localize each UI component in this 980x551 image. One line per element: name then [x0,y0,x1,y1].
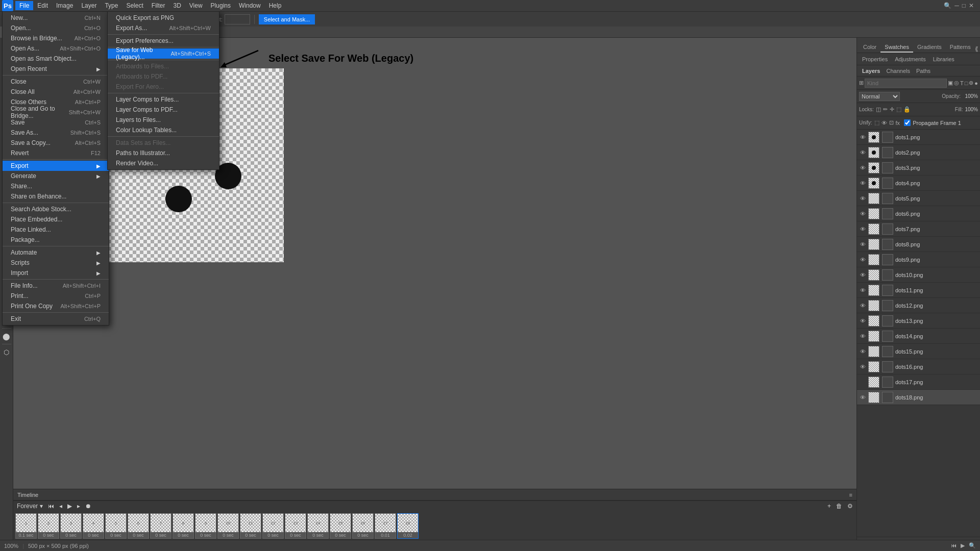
menu-automate[interactable]: Automate ▶ [3,247,109,258]
tl-record[interactable]: ⏺ [84,502,93,510]
layer-eye-l14[interactable]: 👁 [859,333,866,340]
subtab-libraries[interactable]: Libraries [930,55,958,63]
menu-place-embedded[interactable]: Place Embedded... [3,214,109,224]
filter-adjust-icon[interactable]: ◎ [954,80,959,86]
subtab-paths[interactable]: Paths [913,67,934,75]
close-icon[interactable]: ✕ [969,2,974,9]
timeline-frame-15[interactable]: 150 sec [330,513,351,539]
timeline-frame-8[interactable]: 80 sec [173,513,194,539]
lock-all-icon[interactable]: 🔒 [903,106,911,113]
menu-item-layer[interactable]: Layer [77,1,101,10]
menu-package[interactable]: Package... [3,235,109,245]
tl-settings[interactable]: ⚙ [846,502,854,510]
menu-exit[interactable]: Exit Ctrl+Q [3,314,109,324]
layer-item-l3[interactable]: 👁dots3.png [857,160,980,176]
height-input[interactable] [225,14,250,24]
menu-print[interactable]: Print... Ctrl+P [3,291,109,301]
menu-open-smart[interactable]: Open as Smart Object... [3,54,109,64]
menu-item-select[interactable]: Select [122,1,147,10]
menu-item-edit[interactable]: Edit [33,1,52,10]
unify-vis-icon[interactable]: 👁 [881,120,887,126]
menu-browse-bridge[interactable]: Browse in Bridge... Alt+Ctrl+O [3,33,109,43]
filter-smart-icon[interactable]: ⊛ [969,80,973,86]
menu-close-bridge[interactable]: Close and Go to Bridge... Shift+Ctrl+W [3,107,109,117]
menu-save-copy[interactable]: Save a Copy... Alt+Ctrl+S [3,138,109,148]
tab-patterns[interactable]: Patterns [946,42,975,53]
layer-item-l4[interactable]: 👁dots4.png [857,176,980,191]
menu-export[interactable]: Export ▶ [3,161,109,171]
tab-gradients[interactable]: Gradients [913,42,946,53]
filter-type-icon[interactable]: T [960,80,964,86]
layer-item-l1[interactable]: 👁dots1.png [857,130,980,145]
subtab-adjustments[interactable]: Adjustments [892,55,929,63]
tool-quick-mask[interactable]: ⬤ [1,331,12,342]
propagate-check-label[interactable]: Propagate Frame 1 [904,119,961,126]
export-quick-png[interactable]: Quick Export as PNG [108,13,219,23]
layer-eye-l13[interactable]: 👁 [859,317,866,324]
export-save-web[interactable]: Save for Web (Legacy)... Alt+Shift+Ctrl+… [108,48,219,59]
filter-pixel-icon[interactable]: ▣ [948,80,953,86]
unify-pos-icon[interactable]: ⬚ [874,119,879,126]
menu-generate[interactable]: Generate ▶ [3,171,109,181]
layer-eye-l4[interactable]: 👁 [859,180,866,187]
timeline-frame-4[interactable]: 40 sec [83,513,104,539]
timeline-menu-icon[interactable]: ≡ [849,492,852,498]
menu-scripts[interactable]: Scripts ▶ [3,258,109,268]
export-layer-comps-files[interactable]: Layer Comps to Files... [108,94,219,105]
unify-fx-icon[interactable]: fx [896,120,900,126]
layer-item-l9[interactable]: 👁dots9.png [857,252,980,267]
layer-item-l5[interactable]: 👁dots5.png [857,191,980,206]
export-color-lookup[interactable]: Color Lookup Tables... [108,125,219,135]
filter-toggle[interactable]: ● [974,80,978,86]
tab-color[interactable]: Color [859,42,880,53]
tl-add-frame[interactable]: + [826,502,832,510]
layer-eye-l11[interactable]: 👁 [859,287,866,294]
subtab-channels[interactable]: Channels [883,67,913,75]
layer-eye-l3[interactable]: 👁 [859,164,866,171]
layer-eye-l2[interactable]: 👁 [859,149,866,156]
layer-eye-l12[interactable]: 👁 [859,302,866,309]
layer-eye-l18[interactable]: 👁 [859,394,866,401]
timeline-frame-5[interactable]: 50 sec [105,513,127,539]
layer-item-l18[interactable]: 👁dots18.png [857,390,980,405]
layer-item-l16[interactable]: 👁dots16.png [857,359,980,374]
lock-transparent-icon[interactable]: ◫ [876,106,881,113]
timeline-frame-2[interactable]: 20 sec [38,513,59,539]
menu-revert[interactable]: Revert F12 [3,148,109,158]
panel-collapse-icon[interactable]: ⟪ [975,45,978,53]
layer-eye-l10[interactable]: 👁 [859,271,866,279]
timeline-frame-11[interactable]: 110 sec [240,513,261,539]
menu-item-plugins[interactable]: Plugins [207,1,235,10]
timeline-frame-17[interactable]: 170.01 [375,513,396,539]
lock-artboard-icon[interactable]: ⬚ [896,106,901,113]
menu-item-image[interactable]: Image [52,1,77,10]
menu-new[interactable]: New... Ctrl+N [3,13,109,23]
blend-mode-select[interactable]: Normal [859,92,900,101]
layer-item-l14[interactable]: 👁dots14.png [857,329,980,344]
timeline-frame-6[interactable]: 60 sec [128,513,149,539]
propagate-checkbox[interactable] [904,119,911,126]
maximize-icon[interactable]: □ [962,2,966,9]
export-layer-comps-pdf[interactable]: Layer Comps to PDF... [108,105,219,115]
layer-eye-l9[interactable]: 👁 [859,256,866,263]
export-prefs[interactable]: Export Preferences... [108,36,219,46]
menu-search-adobe[interactable]: Search Adobe Stock... [3,204,109,214]
export-paths-illustrator[interactable]: Paths to Illustrator... [108,148,219,158]
status-timeline-icon[interactable]: ⏮ [951,542,957,549]
timeline-frame-7[interactable]: 70 sec [150,513,172,539]
tl-prev-frame[interactable]: ◂ [58,502,64,510]
menu-share[interactable]: Share... [3,181,109,191]
menu-close[interactable]: Close Ctrl+W [3,77,109,87]
menu-import[interactable]: Import ▶ [3,268,109,278]
layer-eye-l8[interactable]: 👁 [859,241,866,248]
timeline-frame-13[interactable]: 130 sec [285,513,306,539]
layer-item-l17[interactable]: dots17.png [857,374,980,390]
tool-screen-mode[interactable]: ⬡ [1,346,12,358]
export-as[interactable]: Export As... Alt+Shift+Ctrl+W [108,23,219,33]
timeline-frame-3[interactable]: 30 sec [60,513,82,539]
layer-item-l10[interactable]: 👁dots10.png [857,267,980,283]
menu-save[interactable]: Save Ctrl+S [3,117,109,128]
menu-open-recent[interactable]: Open Recent ▶ [3,64,109,74]
timeline-frame-12[interactable]: 120 sec [262,513,284,539]
tl-next-frame[interactable]: ▸ [76,502,82,510]
